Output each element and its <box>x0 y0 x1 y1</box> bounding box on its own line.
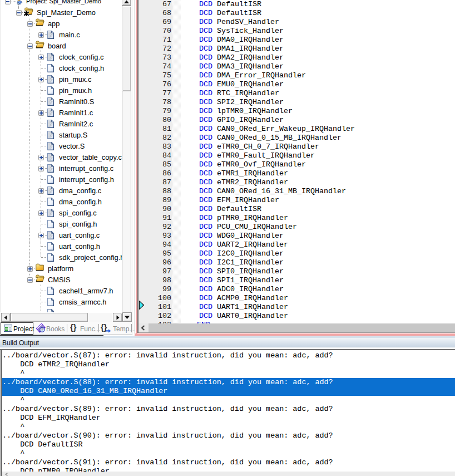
svg-text:?: ? <box>41 327 44 332</box>
